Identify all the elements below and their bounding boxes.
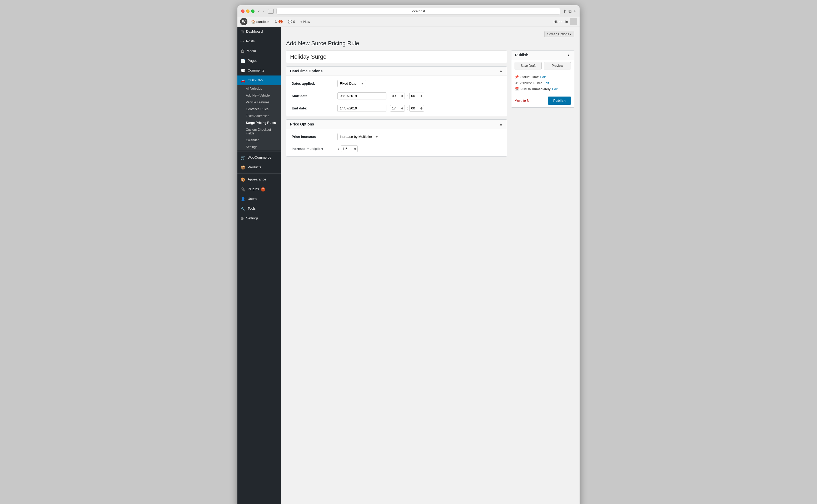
sidebar-item-vehicle-features[interactable]: Vehicle Features: [237, 99, 281, 106]
price-metabox: Price Options ▲ Price increase: Increase…: [286, 119, 507, 157]
toolbar-updates[interactable]: ↻ 2: [273, 19, 284, 24]
multiplier-input-wrap: x: [337, 145, 358, 152]
maximize-button[interactable]: [251, 9, 254, 13]
preview-button[interactable]: Preview: [544, 62, 571, 69]
duplicate-button[interactable]: ⧉: [569, 9, 572, 14]
sidebar-label-comments: Comments: [248, 68, 264, 73]
close-button[interactable]: [241, 9, 244, 13]
status-edit-link[interactable]: Edit: [540, 75, 546, 79]
url-text: localhost: [412, 9, 425, 13]
publish-footer: Move to Bin Publish: [512, 94, 574, 107]
sidebar-item-tools[interactable]: 🔧 Tools: [237, 204, 281, 214]
sidebar-label-pages: Pages: [248, 58, 257, 63]
publish-box: Publish ▲ Save Draft Preview: [511, 51, 574, 108]
address-bar[interactable]: localhost: [276, 8, 560, 14]
status-value: Draft: [532, 75, 539, 79]
new-tab-button[interactable]: +: [574, 9, 576, 14]
woocommerce-icon: 🛒: [240, 155, 245, 160]
status-label: Status:: [520, 75, 530, 79]
sidebar-label-posts: Posts: [246, 39, 255, 44]
site-name: sandbox: [256, 20, 269, 24]
toolbar-comments[interactable]: 💬 0: [286, 19, 297, 24]
forward-button[interactable]: ›: [262, 9, 265, 14]
sidebar-item-calendar[interactable]: Calendar: [237, 137, 281, 144]
sidebar-label-products: Products: [248, 165, 261, 170]
sidebar-label-woocommerce: WooCommerce: [248, 155, 271, 160]
publish-header[interactable]: Publish ▲: [512, 51, 574, 59]
sidebar-label-settings: Settings: [246, 216, 258, 221]
wp-toolbar: W 🏠 sandbox ↻ 2 💬 0 + New Hi, admin: [237, 17, 580, 27]
end-date-input[interactable]: [337, 105, 386, 112]
visibility-value: Public: [533, 81, 542, 85]
sidebar-item-quickcab-settings[interactable]: Settings: [237, 144, 281, 150]
start-date-row: Start date: 09 : 00: [292, 92, 502, 99]
start-hour-select[interactable]: 09: [390, 93, 405, 99]
wp-logo: W: [240, 18, 247, 25]
sidebar: ⊞ Dashboard ✏ Posts 🖼 Media 📄 Pages 💬 Co…: [237, 27, 281, 504]
multiplier-input[interactable]: [341, 145, 358, 152]
toolbar-right: Hi, admin: [554, 18, 577, 25]
sidebar-item-products[interactable]: 📦 Products: [237, 163, 281, 172]
sidebar-label-users: Users: [248, 196, 257, 201]
multiplier-row: Increase multiplier: x: [292, 145, 502, 152]
home-icon: 🏠: [251, 20, 255, 24]
start-date-input[interactable]: [337, 92, 386, 99]
sidebar-item-dashboard[interactable]: ⊞ Dashboard: [237, 27, 281, 37]
sidebar-item-surge-pricing-rules[interactable]: Surge Pricing Rules: [237, 119, 281, 126]
minimize-button[interactable]: [246, 9, 249, 13]
sidebar-item-woocommerce[interactable]: 🛒 WooCommerce: [237, 153, 281, 163]
settings-icon: ⚙: [240, 216, 244, 221]
sidebar-item-custom-checkout-fields[interactable]: Custom Checkout Fields: [237, 126, 281, 137]
media-icon: 🖼: [240, 48, 244, 54]
end-hour-select[interactable]: 17: [390, 105, 405, 112]
sidebar-item-pages[interactable]: 📄 Pages: [237, 56, 281, 66]
toolbar-new[interactable]: + New: [299, 19, 312, 24]
price-metabox-header[interactable]: Price Options ▲: [286, 120, 507, 129]
end-date-label: End date:: [292, 106, 334, 110]
publish-metabox: Publish ▲ Save Draft Preview: [511, 51, 574, 108]
sidebar-item-posts[interactable]: ✏ Posts: [237, 37, 281, 46]
sidebar-item-geofence-rules[interactable]: Geofence Rules: [237, 106, 281, 113]
start-minute-select[interactable]: 00: [409, 93, 424, 99]
sidebar-item-plugins[interactable]: 🔌 Plugins 2: [237, 184, 281, 194]
toolbar-site[interactable]: 🏠 sandbox: [249, 19, 271, 24]
publish-button[interactable]: Publish: [548, 97, 571, 105]
visibility-row: 👁 Visibility: Public Edit: [515, 81, 571, 85]
dates-applied-row: Dates applied: Fixed Date Day of Week Ev…: [292, 80, 502, 87]
title-input[interactable]: [286, 51, 507, 63]
sidebar-item-appearance[interactable]: 🎨 Appearance: [237, 175, 281, 184]
back-button[interactable]: ‹: [257, 9, 260, 14]
page-title: Add New Surce Pricing Rule: [286, 40, 574, 47]
start-time-inputs: 09 : 00: [390, 93, 424, 99]
end-minute-select[interactable]: 00: [409, 105, 424, 112]
multiplier-x: x: [337, 147, 339, 151]
sidebar-item-comments[interactable]: 💬 Comments: [237, 66, 281, 75]
sidebar-item-fixed-addresses[interactable]: Fixed Addresses: [237, 113, 281, 119]
datetime-collapse-icon: ▲: [499, 69, 503, 73]
screen-options-button[interactable]: Screen Options ▾: [544, 31, 574, 37]
wp-wrap: ⊞ Dashboard ✏ Posts 🖼 Media 📄 Pages 💬 Co…: [237, 27, 580, 504]
sidebar-item-media[interactable]: 🖼 Media: [237, 46, 281, 56]
datetime-metabox-title: Date/Time Options: [290, 69, 322, 73]
datetime-metabox-body: Dates applied: Fixed Date Day of Week Ev…: [286, 76, 507, 116]
publish-actions-row: Save Draft Preview: [512, 59, 574, 72]
move-to-bin-button[interactable]: Move to Bin: [515, 99, 531, 103]
save-draft-button[interactable]: Save Draft: [515, 62, 542, 69]
publish-time-edit-link[interactable]: Edit: [552, 87, 558, 91]
price-increase-select[interactable]: Increase by Multiplier Increase by Amoun…: [337, 133, 380, 140]
multiplier-label: Increase multiplier:: [292, 147, 334, 151]
sidebar-item-quickcab[interactable]: 🚗 QuickCab: [237, 75, 281, 85]
visibility-edit-link[interactable]: Edit: [544, 81, 549, 85]
status-row: 📌 Status: Draft Edit: [515, 75, 571, 79]
sidebar-item-add-new-vehicle[interactable]: Add New Vehicle: [237, 92, 281, 99]
datetime-metabox-header[interactable]: Date/Time Options ▲: [286, 67, 507, 76]
end-date-row: End date: 17 : 00: [292, 105, 502, 112]
share-button[interactable]: ⬆: [563, 9, 567, 14]
sidebar-item-all-vehicles[interactable]: All Vehicles: [237, 85, 281, 92]
price-collapse-icon: ▲: [499, 122, 503, 127]
sidebar-item-users[interactable]: 👤 Users: [237, 194, 281, 204]
sidebar-label-media: Media: [247, 49, 256, 53]
sidebar-label-tools: Tools: [248, 206, 255, 211]
dates-applied-select[interactable]: Fixed Date Day of Week Every Day: [337, 80, 366, 87]
sidebar-item-settings[interactable]: ⚙ Settings: [237, 214, 281, 223]
